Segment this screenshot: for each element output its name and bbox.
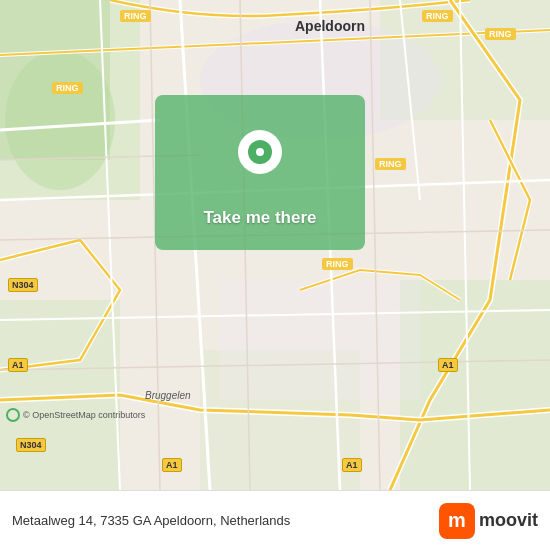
- osm-icon: [6, 408, 20, 422]
- city-label: Apeldoorn: [295, 18, 365, 34]
- ring-label-5: RING: [322, 258, 353, 270]
- ring-label-2: RING: [422, 10, 453, 22]
- osm-logo: © OpenStreetMap contributors: [6, 408, 145, 422]
- n304-label-1: N304: [8, 278, 38, 292]
- ring-label-6: RING: [485, 28, 516, 40]
- take-me-there-label: Take me there: [203, 208, 316, 228]
- a1-label-1: A1: [8, 358, 28, 372]
- bruggelen-label: Bruggelen: [145, 390, 191, 401]
- take-me-there-button[interactable]: Take me there: [155, 200, 365, 236]
- moovit-text: moovit: [479, 510, 538, 531]
- a1-label-4: A1: [438, 358, 458, 372]
- svg-rect-9: [220, 280, 420, 400]
- pin-outer: [238, 130, 282, 174]
- footer: Metaalweg 14, 7335 GA Apeldoorn, Netherl…: [0, 490, 550, 550]
- svg-point-3: [5, 50, 115, 190]
- moovit-logo: m moovit: [439, 503, 538, 539]
- ring-label-4: RING: [375, 158, 406, 170]
- footer-address: Metaalweg 14, 7335 GA Apeldoorn, Netherl…: [12, 513, 290, 528]
- a1-label-2: A1: [162, 458, 182, 472]
- osm-credit-text: © OpenStreetMap contributors: [23, 410, 145, 420]
- pin-dot: [256, 148, 264, 156]
- a1-label-3: A1: [342, 458, 362, 472]
- ring-label-1: RING: [120, 10, 151, 22]
- pin-inner: [248, 140, 272, 164]
- location-pin: [238, 130, 282, 174]
- n304-label-2: N304: [16, 438, 46, 452]
- moovit-icon: m: [439, 503, 475, 539]
- ring-label-3: RING: [52, 82, 83, 94]
- map-container: Apeldoorn Take me there Bruggelen RING R…: [0, 0, 550, 490]
